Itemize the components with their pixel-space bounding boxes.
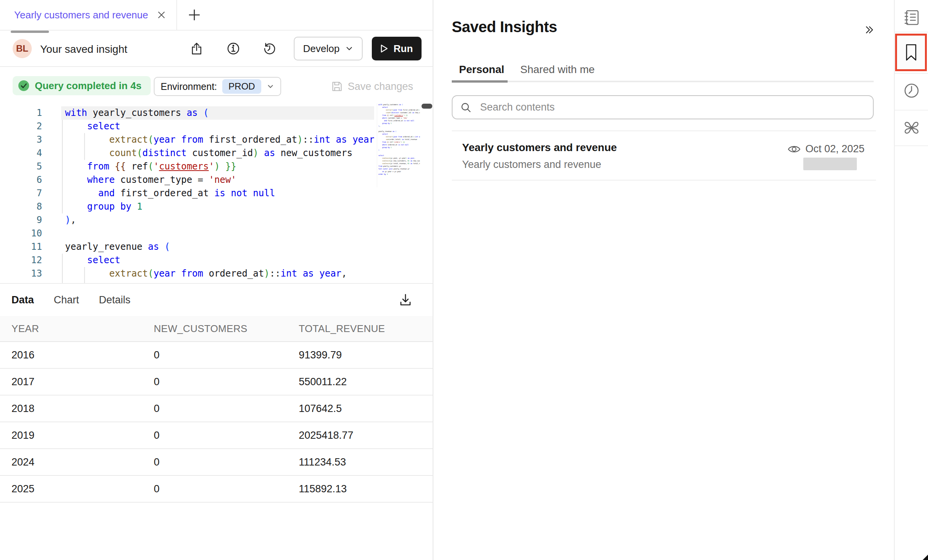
minimap-line [378,151,420,154]
table-cell: 0 [154,430,299,441]
tab-details[interactable]: Details [99,294,131,306]
environment-label: Environment: [161,81,217,92]
minimap-line: extract(year from ordered_at)::int as ye… [378,135,420,138]
eye-icon [788,144,801,154]
bookmark-highlight-box [895,34,927,71]
minimap-line: extract(year from first_ordered_at)::int… [378,109,420,111]
new-tab-plus-icon[interactable] [188,8,201,21]
right-icon-rail [894,0,928,560]
develop-label: Develop [303,43,339,55]
table-row: 20240111234.53 [0,449,433,476]
tab-chart[interactable]: Chart [54,294,79,306]
collapse-panel-icon[interactable] [862,23,876,37]
save-changes-label: Save changes [348,81,413,93]
close-icon[interactable] [156,10,166,20]
tab-underline-track [452,81,874,82]
minimap-line [378,127,420,130]
table-cell: 2018 [11,403,154,415]
play-icon [381,44,388,53]
column-header: TOTAL_REVENUE [299,323,433,335]
tab-bar: Yearly customers and revenue [0,0,433,31]
code-line-1: with yearly_customers as ( [65,106,374,120]
divider [452,180,876,181]
tab-title: Yearly customers and revenue [14,9,148,21]
line-number: 5 [0,160,42,173]
query-status-badge: Query completed in 4s [13,76,151,95]
minimap-line: coalesce(yr.total_revenue, 0) as total_r… [378,162,420,165]
tab-personal[interactable]: Personal [459,63,504,76]
line-number: 12 [0,254,42,267]
saved-insights-panel: Saved Insights PersonalShared with me Ye… [434,0,894,560]
table-cell: 0 [154,403,299,415]
minimap-line: coalesce(yc.new_customers, 0) as new_cus… [378,160,420,162]
insight-item-meta: Oct 02, 2025 [786,143,865,155]
search-box[interactable] [452,95,874,119]
code-line-3: extract(year from first_ordered_at)::int… [65,133,374,147]
code-line-12: select [65,254,374,267]
search-input[interactable] [480,101,824,113]
divider [452,130,876,131]
minimap-line: ), [378,125,420,127]
editor-minimap[interactable]: with yearly_customers as ( select extrac… [377,103,420,187]
table-cell: 2016 [11,349,154,361]
line-number: 10 [0,227,42,240]
code-line-4: count(distinct customer_id) as new_custo… [65,147,374,160]
table-cell: 107642.5 [299,403,433,415]
minimap-line: count(distinct customer_id) as new_custo… [378,111,420,114]
semantic-knot-icon[interactable] [895,119,928,136]
develop-button[interactable]: Develop [294,37,363,60]
table-cell: 2025 [11,483,154,495]
table-row: 2016091399.79 [0,342,433,369]
minimap-line: group by 1 [378,122,420,125]
table-cell: 2024 [11,456,154,468]
table-cell: 115892.13 [299,483,433,495]
code-line-8: group by 1 [65,200,374,213]
divider [895,32,928,33]
tab-data[interactable]: Data [11,294,34,306]
save-icon [331,81,343,92]
active-tab-underline [452,80,508,83]
minimap-line: order by 1 [378,173,420,176]
tab-yearly-customers-and-revenue[interactable]: Yearly customers and revenue [0,0,177,30]
table-cell: 550011.22 [299,376,433,388]
indent-guide [84,133,85,160]
status-row: Query completed in 4s Environment: PROD … [0,67,433,101]
environment-value-badge: PROD [222,79,261,94]
chevron-down-icon [345,44,353,53]
run-button[interactable]: Run [372,37,422,60]
code-line-13: extract(year from ordered_at)::int as ye… [65,267,374,280]
column-header: NEW_CUSTOMERS [154,323,299,335]
sql-editor[interactable]: 12345678910111213 with yearly_customers … [0,101,433,283]
run-label: Run [394,43,413,55]
tab-shared-with-me[interactable]: Shared with me [520,63,595,76]
table-cell: 2019 [11,430,154,441]
insight-item-title: Yearly customers and revenue [462,142,617,154]
history-icon[interactable] [263,42,276,55]
table-cell: 0 [154,349,299,361]
check-circle-icon [18,80,29,91]
environment-select[interactable]: Environment: PROD [154,77,281,96]
indent-guide [62,120,63,213]
code-line-5: from {{ ref('customers') }} [65,160,374,173]
table-cell: 2025418.77 [299,430,433,441]
minimap-line: group by 1 [378,146,420,149]
line-number: 3 [0,133,42,147]
info-icon[interactable] [227,42,240,55]
minimap-line: select [378,106,420,109]
code-line-2: select [65,120,374,133]
notebook-icon[interactable] [895,9,928,26]
code-line-10 [65,227,374,240]
bookmark-icon[interactable] [904,43,919,62]
clock-icon[interactable] [895,83,928,99]
share-icon[interactable] [190,42,203,55]
line-number: 2 [0,120,42,133]
results-tab-bar: DataChartDetails [0,283,433,316]
indent-guide [84,267,85,283]
minimap-line: from yearly_customers yc [378,165,420,168]
minimap-line: ) [378,149,420,151]
editor-scrollbar-thumb[interactable] [422,104,432,109]
code-line-9: ), [65,213,374,227]
save-changes-button[interactable]: Save changes [331,77,413,96]
table-cell: 0 [154,456,299,468]
download-icon[interactable] [399,293,412,307]
